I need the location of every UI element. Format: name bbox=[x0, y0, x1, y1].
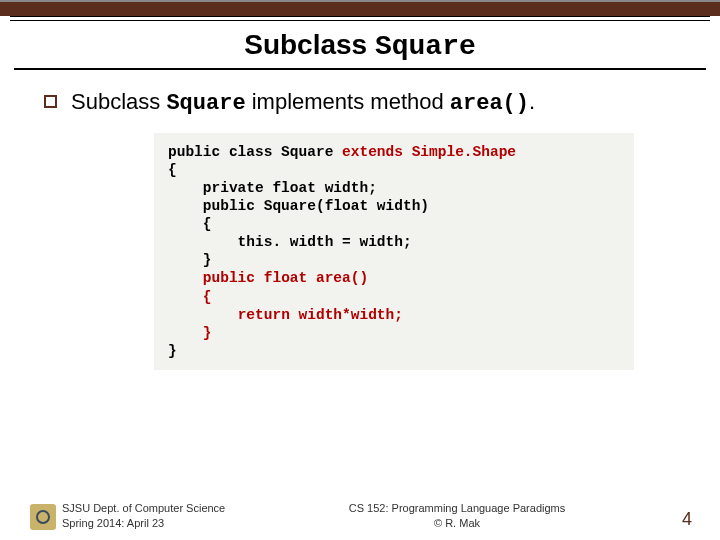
footer-left: SJSU Dept. of Computer Science Spring 20… bbox=[62, 501, 262, 530]
code-line: public float area() bbox=[168, 269, 620, 287]
footer-date: Spring 2014: April 23 bbox=[62, 516, 262, 530]
code-text: public class Square bbox=[168, 144, 342, 160]
code-indent bbox=[168, 270, 203, 286]
bullet-box-icon bbox=[44, 95, 57, 108]
code-highlight: { bbox=[203, 289, 212, 305]
code-line: return width*width; bbox=[168, 306, 620, 324]
rule-line-2 bbox=[10, 19, 710, 21]
code-line: } bbox=[168, 342, 620, 360]
footer-course: CS 152: Programming Language Paradigms bbox=[262, 501, 652, 515]
content-area: Subclass Square implements method area()… bbox=[0, 70, 720, 370]
code-line: { bbox=[168, 288, 620, 306]
code-highlight: return width*width; bbox=[238, 307, 403, 323]
code-line: public Square(float width) bbox=[168, 197, 620, 215]
code-line: { bbox=[168, 161, 620, 179]
bullet-item: Subclass Square implements method area()… bbox=[44, 88, 686, 119]
slide-title: Subclass Square bbox=[0, 29, 720, 62]
title-area: Subclass Square bbox=[0, 29, 720, 62]
code-line: private float width; bbox=[168, 179, 620, 197]
bullet-mono-2: area() bbox=[450, 91, 529, 116]
bullet-text: Subclass Square implements method area()… bbox=[71, 88, 535, 119]
code-line: } bbox=[168, 324, 620, 342]
footer-copyright: © R. Mak bbox=[262, 516, 652, 530]
page-number: 4 bbox=[652, 509, 692, 530]
code-line: public class Square extends Simple.Shape bbox=[168, 143, 620, 161]
code-indent bbox=[168, 307, 238, 323]
bullet-suffix: . bbox=[529, 89, 535, 114]
code-highlight: public float area() bbox=[203, 270, 368, 286]
footer-dept: SJSU Dept. of Computer Science bbox=[62, 501, 262, 515]
code-indent bbox=[168, 289, 203, 305]
bullet-mono-1: Square bbox=[166, 91, 245, 116]
title-prefix: Subclass bbox=[244, 29, 375, 60]
logo-inner bbox=[36, 510, 50, 524]
code-line: } bbox=[168, 251, 620, 269]
code-highlight: extends Simple.Shape bbox=[342, 144, 516, 160]
slide: Subclass Square Subclass Square implemen… bbox=[0, 0, 720, 540]
rule-line-1 bbox=[10, 16, 710, 17]
code-highlight: } bbox=[203, 325, 212, 341]
title-mono: Square bbox=[375, 31, 476, 62]
code-line: this. width = width; bbox=[168, 233, 620, 251]
code-indent bbox=[168, 325, 203, 341]
footer: SJSU Dept. of Computer Science Spring 20… bbox=[0, 501, 720, 530]
top-color-bar bbox=[0, 0, 720, 16]
code-block: public class Square extends Simple.Shape… bbox=[154, 133, 634, 371]
bullet-prefix: Subclass bbox=[71, 89, 166, 114]
sjsu-logo-icon bbox=[30, 504, 56, 530]
bullet-mid: implements method bbox=[246, 89, 450, 114]
footer-center: CS 152: Programming Language Paradigms ©… bbox=[262, 501, 652, 530]
code-line: { bbox=[168, 215, 620, 233]
